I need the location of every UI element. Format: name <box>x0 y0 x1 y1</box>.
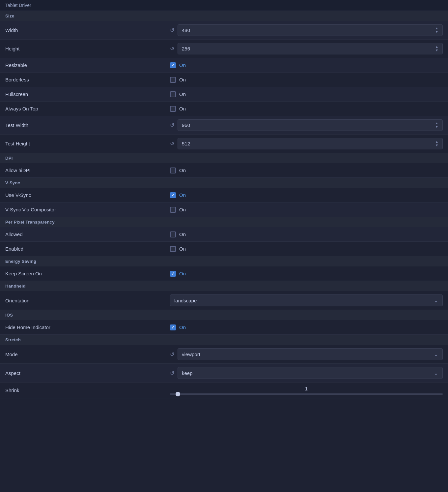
resizable-on-label: On <box>179 62 186 68</box>
shrink-slider-track[interactable] <box>170 393 443 395</box>
fullscreen-label: Fullscreen <box>5 91 170 97</box>
orientation-dropdown[interactable]: landscape ⌄ <box>170 294 443 306</box>
allowed-control: On <box>170 231 443 237</box>
aspect-dropdown-arrow: ⌄ <box>434 369 438 377</box>
shrink-control: 1 <box>170 386 443 395</box>
hide-home-indicator-control: On <box>170 324 443 330</box>
height-label: Height <box>5 46 170 51</box>
vsync-compositor-checkbox-container[interactable]: On <box>170 207 186 213</box>
use-vsync-control: On <box>170 192 443 198</box>
section-energy-header: Energy Saving <box>0 256 448 266</box>
mode-dropdown[interactable]: viewport ⌄ <box>178 348 443 360</box>
width-input-container: ↺ 480 ▲ ▼ <box>170 24 443 36</box>
allowed-checkbox[interactable] <box>170 231 176 237</box>
use-vsync-row: Use V-Sync On <box>0 188 448 202</box>
test-height-row: Test Height ↺ 512 ▲ ▼ <box>0 135 448 153</box>
height-input-container: ↺ 256 ▲ ▼ <box>170 43 443 54</box>
section-size-header: Size <box>0 11 448 21</box>
test-height-control: ↺ 512 ▲ ▼ <box>170 138 443 149</box>
allow-hidpi-on-label: On <box>179 168 186 173</box>
fullscreen-control: On <box>170 91 443 97</box>
hide-home-indicator-checkbox-container[interactable]: On <box>170 324 186 330</box>
height-reset-icon[interactable]: ↺ <box>170 46 174 52</box>
use-vsync-checkbox-container[interactable]: On <box>170 192 186 198</box>
allowed-label: Allowed <box>5 231 170 237</box>
keep-screen-on-checkbox-container[interactable]: On <box>170 271 186 277</box>
aspect-input-container: ↺ keep ⌄ <box>170 367 443 379</box>
settings-panel: Tablet Driver Size Width ↺ 480 ▲ ▼ Heigh… <box>0 0 448 398</box>
width-row: Width ↺ 480 ▲ ▼ <box>0 21 448 40</box>
test-height-input-container: ↺ 512 ▲ ▼ <box>170 138 443 149</box>
fullscreen-checkbox[interactable] <box>170 91 176 97</box>
test-width-spinner[interactable]: ▲ ▼ <box>435 122 438 129</box>
test-height-reset-icon[interactable]: ↺ <box>170 140 174 147</box>
keep-screen-on-control: On <box>170 271 443 277</box>
always-on-top-label: Always On Top <box>5 106 170 111</box>
shrink-row: Shrink 1 <box>0 383 448 398</box>
shrink-slider-container: 1 <box>170 386 443 395</box>
test-width-input-container: ↺ 960 ▲ ▼ <box>170 119 443 131</box>
borderless-label: Borderless <box>5 77 170 82</box>
allowed-checkbox-container[interactable]: On <box>170 231 186 237</box>
resizable-checkbox-container[interactable]: On <box>170 62 186 68</box>
height-spinner[interactable]: ▲ ▼ <box>435 45 438 52</box>
resizable-row: Resizable On <box>0 58 448 73</box>
allow-hidpi-checkbox[interactable] <box>170 168 176 173</box>
always-on-top-on-label: On <box>179 106 186 111</box>
mode-input-container: ↺ viewport ⌄ <box>170 348 443 360</box>
section-dpi-header: DPI <box>0 153 448 163</box>
hide-home-indicator-on-label: On <box>179 324 186 330</box>
borderless-row: Borderless On <box>0 73 448 87</box>
use-vsync-checkbox[interactable] <box>170 192 176 198</box>
test-width-label: Test Width <box>5 122 170 128</box>
resizable-control: On <box>170 62 443 68</box>
enabled-checkbox-container[interactable]: On <box>170 246 186 252</box>
test-height-field[interactable]: 512 ▲ ▼ <box>178 138 443 149</box>
vsync-compositor-checkbox[interactable] <box>170 207 176 213</box>
aspect-reset-icon[interactable]: ↺ <box>170 370 174 376</box>
always-on-top-control: On <box>170 106 443 112</box>
borderless-checkbox-container[interactable]: On <box>170 77 186 83</box>
height-row: Height ↺ 256 ▲ ▼ <box>0 40 448 58</box>
test-height-spinner[interactable]: ▲ ▼ <box>435 140 438 147</box>
borderless-control: On <box>170 77 443 83</box>
keep-screen-on-label: Keep Screen On <box>5 271 170 276</box>
enabled-row: Enabled On <box>0 242 448 256</box>
orientation-dropdown-arrow: ⌄ <box>434 297 438 304</box>
aspect-row: Aspect ↺ keep ⌄ <box>0 364 448 383</box>
enabled-checkbox[interactable] <box>170 246 176 252</box>
mode-reset-icon[interactable]: ↺ <box>170 351 174 357</box>
keep-screen-on-checkbox[interactable] <box>170 271 176 277</box>
test-width-field[interactable]: 960 ▲ ▼ <box>178 119 443 131</box>
allow-hidpi-row: Allow hiDPI On <box>0 163 448 178</box>
width-field[interactable]: 480 ▲ ▼ <box>178 24 443 36</box>
mode-dropdown-arrow: ⌄ <box>434 351 438 358</box>
use-vsync-on-label: On <box>179 192 186 198</box>
width-control: ↺ 480 ▲ ▼ <box>170 24 443 36</box>
resizable-checkbox[interactable] <box>170 62 176 68</box>
fullscreen-checkbox-container[interactable]: On <box>170 91 186 97</box>
shrink-label: Shrink <box>5 387 170 393</box>
allow-hidpi-checkbox-container[interactable]: On <box>170 168 186 173</box>
width-reset-icon[interactable]: ↺ <box>170 27 174 33</box>
section-handheld-header: Handheld <box>0 281 448 291</box>
hide-home-indicator-row: Hide Home Indicator On <box>0 320 448 335</box>
borderless-checkbox[interactable] <box>170 77 176 83</box>
vsync-compositor-on-label: On <box>179 207 186 212</box>
hide-home-indicator-label: Hide Home Indicator <box>5 324 170 330</box>
hide-home-indicator-checkbox[interactable] <box>170 324 176 330</box>
width-spinner[interactable]: ▲ ▼ <box>435 27 438 34</box>
shrink-slider-thumb[interactable] <box>176 392 180 396</box>
test-width-reset-icon[interactable]: ↺ <box>170 122 174 128</box>
vsync-compositor-row: V-Sync Via Compositor On <box>0 202 448 217</box>
orientation-control: landscape ⌄ <box>170 294 443 306</box>
aspect-dropdown[interactable]: keep ⌄ <box>178 367 443 379</box>
shrink-slider-fill <box>170 393 443 395</box>
always-on-top-checkbox[interactable] <box>170 106 176 112</box>
always-on-top-row: Always On Top On <box>0 102 448 116</box>
always-on-top-checkbox-container[interactable]: On <box>170 106 186 112</box>
vsync-compositor-label: V-Sync Via Compositor <box>5 207 170 212</box>
height-field[interactable]: 256 ▲ ▼ <box>178 43 443 54</box>
enabled-on-label: On <box>179 246 186 252</box>
borderless-on-label: On <box>179 77 186 82</box>
